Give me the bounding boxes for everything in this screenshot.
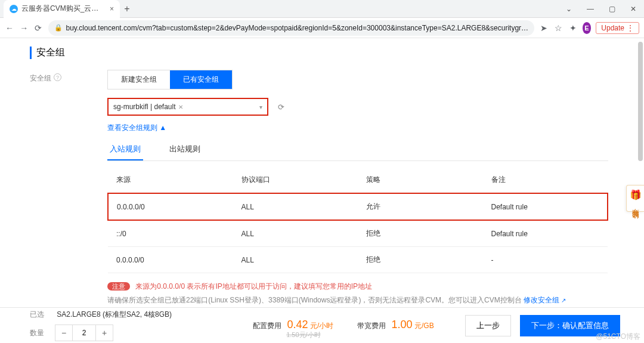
maximize-icon[interactable]: ▢ <box>601 5 623 13</box>
page-content: 安全组 安全组 ? 新建安全组 已有安全组 sg-murbkifl | defa… <box>0 38 644 307</box>
update-button[interactable]: Update⋮ <box>596 22 639 34</box>
qty-label: 数量 <box>30 328 44 338</box>
form-content: 新建安全组 已有安全组 sg-murbkifl | default ✕ ▾ ⟳ … <box>107 70 608 305</box>
tab-outbound[interactable]: 出站规则 <box>167 139 203 160</box>
table-header-row: 来源 协议端口 策略 备注 <box>108 167 608 193</box>
col-policy: 策略 <box>358 167 483 193</box>
warning-line: 注意 来源为0.0.0.0/0 表示所有IP地址都可以用于访问，建议填写您常用的… <box>107 282 608 292</box>
close-window-icon[interactable]: ✕ <box>623 5 644 13</box>
quantity-stepper: − + <box>55 325 113 341</box>
config-fee-old: 1.50元/小时 <box>286 330 320 339</box>
profile-badge[interactable]: E <box>583 22 592 34</box>
tab-existing-sg[interactable]: 已有安全组 <box>170 70 232 89</box>
section-title: 安全组 <box>30 47 644 59</box>
sg-mode-tabs: 新建安全组 已有安全组 <box>107 70 233 89</box>
back-icon[interactable]: ← <box>5 23 14 33</box>
browser-toolbar: ← → ⟳ 🔒 buy.cloud.tencent.com/cvm?tab=cu… <box>0 18 644 38</box>
bw-fee-label: 带宽费用 <box>357 322 386 330</box>
price-block: 配置费用 0.42 元/小时 1.50元/小时 带宽费用 1.00 元/GB 上… <box>253 315 620 336</box>
url-text: buy.cloud.tencent.com/cvm?tab=custom&ste… <box>66 24 529 32</box>
warn-text: 来源为0.0.0.0/0 表示所有IP地址都可以用于访问，建议填写您常用的IP地… <box>135 282 372 291</box>
footer-bar: 已选 SA2.LARGE8 (标准型SA2, 4核8GB) 数量 − + 配置费… <box>0 307 644 343</box>
table-row: 0.0.0.0/0 ALL 拒绝 - <box>108 247 608 273</box>
reload-icon[interactable]: ⟳ <box>33 23 43 33</box>
close-tab-icon[interactable]: × <box>110 5 114 13</box>
config-fee-unit: 元/小时 <box>310 322 333 330</box>
col-port: 协议端口 <box>233 167 358 193</box>
chevron-down-icon[interactable]: ▾ <box>259 104 262 110</box>
view-rules-link[interactable]: 查看安全组规则 ▲ <box>107 123 166 132</box>
tab-inbound[interactable]: 入站规则 <box>107 139 143 160</box>
scrollbar[interactable] <box>638 42 643 161</box>
table-row: ::/0 ALL 拒绝 Default rule <box>108 220 608 247</box>
refresh-icon[interactable]: ⟳ <box>278 103 284 112</box>
tab-new-sg[interactable]: 新建安全组 <box>108 70 170 89</box>
config-fee-value: 0.42 <box>287 319 308 330</box>
col-note: 备注 <box>483 167 608 193</box>
send-icon[interactable]: ➤ <box>539 23 549 33</box>
bw-fee-unit: 元/GB <box>414 322 434 330</box>
col-source: 来源 <box>108 167 233 193</box>
minimize-icon[interactable]: — <box>580 5 601 13</box>
security-group-row: 安全组 ? 新建安全组 已有安全组 sg-murbkifl | default … <box>30 70 644 305</box>
browser-tabstrip: ☁ 云服务器CVM购买_云服务器CV… × + ⌄ — ▢ ✕ <box>0 0 644 18</box>
cloud-icon: ☁ <box>10 5 18 13</box>
prev-button[interactable]: 上一步 <box>465 315 511 336</box>
help-icon[interactable]: ? <box>54 73 61 81</box>
lock-icon: 🔒 <box>54 24 63 32</box>
browser-tab[interactable]: ☁ 云服务器CVM购买_云服务器CV… × <box>4 0 120 18</box>
config-fee-label: 配置费用 <box>253 322 281 330</box>
modify-sg-link[interactable]: 修改安全组 <box>524 296 559 304</box>
remove-chip-icon[interactable]: ✕ <box>178 104 183 110</box>
bw-fee-value: 1.00 <box>392 319 413 330</box>
rules-table: 来源 协议端口 策略 备注 0.0.0.0/0 ALL 允许 Default r… <box>107 167 608 273</box>
tab-title: 云服务器CVM购买_云服务器CV… <box>21 4 105 14</box>
external-link-icon: ↗ <box>561 297 566 304</box>
address-bar[interactable]: 🔒 buy.cloud.tencent.com/cvm?tab=custom&s… <box>48 20 535 36</box>
gift-icon: 🎁 <box>627 189 644 200</box>
selected-instance: SA2.LARGE8 (标准型SA2, 4核8GB) <box>57 310 172 319</box>
star-icon[interactable]: ☆ <box>553 23 563 33</box>
window-controls: ⌄ — ▢ ✕ <box>558 5 644 13</box>
new-tab-button[interactable]: + <box>120 4 134 14</box>
sg-select[interactable]: sg-murbkifl | default ✕ ▾ <box>107 98 268 116</box>
table-row: 0.0.0.0/0 ALL 允许 Default rule <box>108 193 608 220</box>
survey-promo[interactable]: 🎁 有奖调研 <box>626 185 644 212</box>
chevron-down-icon[interactable]: ⌄ <box>558 5 580 13</box>
qty-input[interactable] <box>72 325 96 341</box>
sg-chip: sg-murbkifl | default ✕ <box>113 103 183 111</box>
qty-increment[interactable]: + <box>96 325 113 341</box>
forward-icon[interactable]: → <box>19 23 29 33</box>
watermark: @51CTO博客 <box>596 332 640 342</box>
extensions-icon[interactable]: ✦ <box>568 23 577 33</box>
form-label: 安全组 ? <box>30 70 107 305</box>
qty-decrement[interactable]: − <box>55 325 72 341</box>
selected-label: 已选 <box>30 310 44 319</box>
warn-badge: 注意 <box>107 282 130 291</box>
rule-tabs: 入站规则 出站规则 <box>107 139 608 161</box>
hint-line: 请确保所选安全组已放通22端口(Linux SSH登录)、3389端口(Wind… <box>107 295 608 305</box>
